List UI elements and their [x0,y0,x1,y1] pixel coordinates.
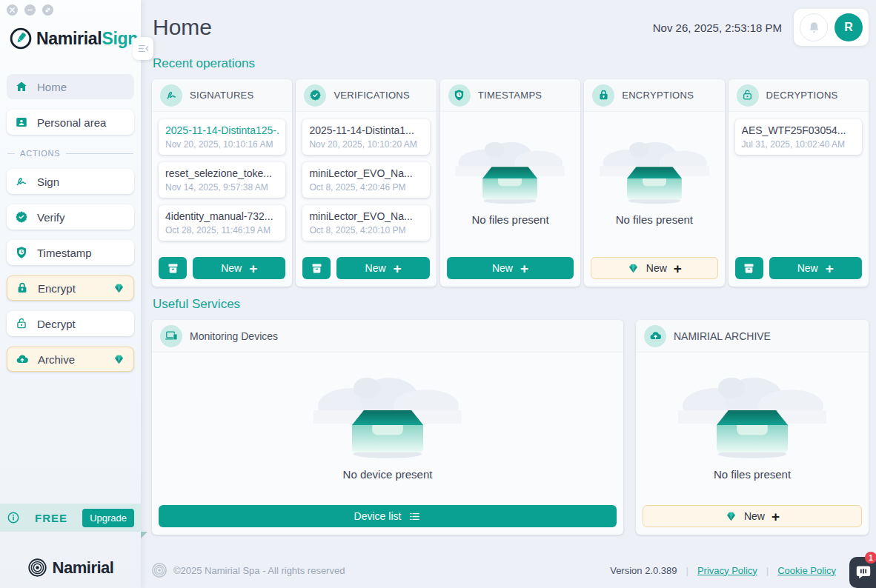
encryptions-card: ENCRYPTIONS No files present New + [584,79,724,287]
window-close-button[interactable] [7,4,18,16]
empty-state-text: No files present [616,213,693,226]
sidebar-item-archive[interactable]: Archive [7,347,134,372]
empty-state: No device present [159,360,617,490]
chat-widget-button[interactable]: 1 [849,557,876,588]
maximize-icon [44,7,51,13]
cloud-upload-icon [16,353,29,366]
card-header: ENCRYPTIONS [584,79,724,112]
main-footer: ©2025 Namirial Spa - All rights reserved… [141,552,876,588]
notifications-button[interactable] [800,13,828,41]
archive-list-button[interactable] [735,257,763,279]
device-list-button[interactable]: Device list [159,505,617,527]
file-date: Oct 8, 2025, 4:20:10 PM [309,225,422,235]
file-date: Jul 31, 2025, 10:02:40 AM [742,139,855,150]
new-button-label: New [797,262,818,274]
sidebar-item-label: Home [37,81,67,93]
new-signature-button[interactable]: New + [193,257,285,279]
namirial-brand-text: Namirial [53,558,114,578]
file-name: 4identity_manual-732... [165,210,279,222]
card-footer: New + [152,250,292,287]
monitoring-devices-card: Monitoring Devices No device present Dev… [152,320,623,535]
plan-bar: FREE Upgrade [0,504,141,532]
card-title: VERIFICATIONS [334,90,410,101]
sidebar-nav: Home Personal area ACTIONS Sign Verify T… [7,74,134,372]
actions-section-label: ACTIONS [20,149,61,158]
card-body: 2025-11-14-Distinta1... Nov 20, 2025, 10… [296,112,436,250]
signature-icon [15,175,28,188]
file-item[interactable]: miniLector_EVO_Na... Oct 8, 2025, 4:20:1… [302,205,429,241]
card-title: ENCRYPTIONS [622,90,694,101]
new-archive-button[interactable]: New + [643,505,862,527]
file-item[interactable]: reset_selezione_toke... Nov 14, 2025, 9:… [159,162,285,198]
card-header: TIMESTAMPS [440,79,580,112]
card-title: Monitoring Devices [190,330,278,342]
archive-box-icon [311,262,323,275]
minimize-icon [27,7,33,13]
chat-notification-badge: 1 [865,552,876,564]
privacy-policy-link[interactable]: Privacy Policy [697,565,757,576]
new-encryption-button[interactable]: New + [591,257,717,279]
sidebar-item-timestamp[interactable]: Timestamp [7,240,134,265]
chat-bubble-icon [855,564,872,581]
sidebar-item-verify[interactable]: Verify [7,204,134,230]
new-verification-button[interactable]: New + [336,257,429,279]
cloud-upload-icon [644,325,666,347]
file-date: Nov 20, 2025, 10:10:16 AM [165,139,279,150]
sidebar-item-personal-area[interactable]: Personal area [7,110,134,135]
card-body: No files present [636,353,869,498]
sidebar-item-encrypt[interactable]: Encrypt [7,275,134,301]
file-item[interactable]: AES_WTF25F03054... Jul 31, 2025, 10:02:4… [735,119,862,155]
new-button-label: New [492,262,513,274]
sidebar-item-sign[interactable]: Sign [7,169,134,194]
file-item[interactable]: 2025-11-14-Distinta1... Nov 20, 2025, 10… [302,119,429,155]
file-name: AES_WTF25F03054... [742,124,855,136]
file-item[interactable]: 2025-11-14-Distinta125-... Nov 20, 2025,… [159,119,285,155]
empty-tray-illustration [623,157,686,204]
sidebar-item-home[interactable]: Home [7,74,134,99]
bell-icon [807,21,821,35]
card-body: 2025-11-14-Distinta125-... Nov 20, 2025,… [152,112,292,250]
unlock-icon [15,317,28,330]
window-minimize-button[interactable] [24,4,36,16]
lock-icon [592,84,614,107]
new-timestamp-button[interactable]: New + [447,257,574,279]
main-content: Home Nov 26, 2025, 2:53:18 PM R Recent o… [141,0,876,588]
empty-tray-illustration [346,397,429,459]
sidebar-item-label: Archive [38,353,75,366]
plus-icon: + [394,261,402,275]
list-icon [408,510,421,523]
decryptions-card: DECRYPTIONS AES_WTF25F03054... Jul 31, 2… [729,79,869,287]
sidebar-item-decrypt[interactable]: Decrypt [7,311,134,336]
file-date: Nov 14, 2025, 9:57:38 AM [165,182,279,193]
info-icon[interactable] [7,511,20,524]
cookie-policy-link[interactable]: Cookie Policy [777,565,836,576]
close-icon [9,7,16,13]
premium-gem-icon [725,510,737,523]
sidebar-collapse-button[interactable] [133,37,153,60]
premium-gem-icon [627,262,640,275]
useful-services-row: Monitoring Devices No device present Dev… [152,320,869,535]
file-name: 2025-11-14-Distinta125-... [165,124,279,136]
timestamp-shield-icon [15,246,28,259]
archive-list-button[interactable] [302,257,331,279]
file-name: reset_selezione_toke... [165,167,279,179]
namirial-brand-footer: Namirial [0,558,141,578]
verify-badge-icon [304,84,326,107]
card-body: No files present [584,112,724,250]
file-item[interactable]: 4identity_manual-732... Oct 28, 2025, 11… [159,205,285,241]
new-decryption-button[interactable]: New + [769,257,862,279]
file-name: miniLector_EVO_Na... [309,210,422,222]
card-header: SIGNATURES [152,79,292,112]
new-button-label: New [646,262,667,274]
upgrade-button[interactable]: Upgrade [82,509,134,527]
sidebar-item-label: Sign [37,176,59,188]
file-item[interactable]: miniLector_EVO_Na... Oct 8, 2025, 4:20:4… [302,162,429,198]
window-maximize-button[interactable] [42,4,53,16]
archive-box-icon [743,262,755,275]
avatar[interactable]: R [834,13,863,41]
sidebar-item-label: Timestamp [37,247,92,259]
card-header: NAMIRIAL ARCHIVE [636,320,869,353]
app-window: NamirialSign Home Personal area ACTIONS … [0,0,876,588]
archive-list-button[interactable] [159,257,187,279]
card-footer: New + [729,250,869,287]
